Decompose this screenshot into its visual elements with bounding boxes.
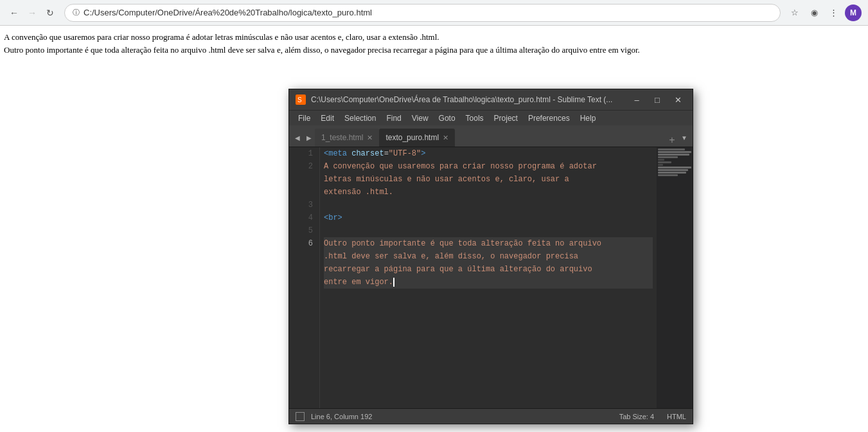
window-controls: – □ ✕: [628, 93, 686, 106]
text-cursor: [393, 278, 394, 287]
code-line-2a: A convenção que usaremos para criar noss…: [324, 160, 653, 173]
ln-5: 5: [289, 224, 319, 237]
menu-selection[interactable]: Selection: [339, 113, 381, 124]
bookmark-button[interactable]: ☆: [787, 5, 802, 21]
menu-goto[interactable]: Goto: [434, 113, 461, 124]
editor-area: 1 2 3 4 5 6 <meta charset="UTF-8"> A con…: [289, 147, 693, 408]
tab-2-close[interactable]: ✕: [443, 134, 448, 142]
menu-project[interactable]: Project: [489, 113, 523, 124]
minimap-line-5: [658, 159, 664, 161]
maximize-button[interactable]: □: [649, 93, 666, 106]
sublime-tabbar: ◀ ▶ 1_teste.html ✕ texto_puro.html ✕ + ▼: [289, 125, 693, 147]
minimap-line-3: [658, 154, 689, 156]
line-col-status: Line 6, Column 192: [311, 413, 372, 420]
code-line-3: [324, 199, 653, 212]
syntax-status[interactable]: HTML: [667, 413, 686, 420]
code-line-1: <meta charset="UTF-8">: [324, 147, 653, 160]
minimap-line-6: [658, 161, 671, 163]
code-line-6b: .html deve ser salva e, além disso, o na…: [324, 250, 653, 263]
ln-1: 1: [289, 147, 319, 160]
minimap-line-1: [658, 148, 685, 150]
tab-2-label: texto_puro.html: [385, 133, 439, 142]
tab-1-label: 1_teste.html: [321, 133, 363, 142]
code-line-6c: recarregar a página para que a última al…: [324, 263, 653, 276]
page-line2: Outro ponto importante é que toda altera…: [4, 44, 864, 57]
close-button[interactable]: ✕: [669, 93, 686, 106]
minimap-line-7: [658, 164, 663, 166]
browser-chrome: ← → ↻ ⓘ ☆ ◉ ⋮ M: [0, 0, 868, 26]
new-tab-button[interactable]: +: [666, 134, 678, 147]
line-numbers: 1 2 3 4 5 6: [289, 147, 320, 408]
page-content: A convenção que usaremos para criar noss…: [0, 26, 868, 61]
extensions-button[interactable]: ◉: [806, 5, 822, 21]
profile-avatar[interactable]: M: [845, 4, 862, 21]
sublime-statusbar: Line 6, Column 192 Tab Size: 4 HTML: [289, 408, 693, 424]
page-line1: A convenção que usaremos para criar noss…: [4, 31, 864, 44]
minimap-line-11: [658, 174, 678, 176]
minimap-line-8: [658, 166, 691, 168]
menu-edit[interactable]: Edit: [315, 113, 339, 124]
status-icon[interactable]: [296, 412, 305, 421]
sublime-menubar: File Edit Selection Find View Goto Tools…: [289, 110, 693, 125]
code-tag-open: <meta: [324, 149, 351, 158]
info-icon: ⓘ: [73, 8, 80, 17]
tab-1-teste[interactable]: 1_teste.html ✕: [315, 129, 379, 147]
code-line-6a: Outro ponto importante é que toda altera…: [324, 237, 653, 250]
ln-2b: [289, 173, 319, 186]
menu-preferences[interactable]: Preferences: [523, 113, 575, 124]
more-button[interactable]: ⋮: [826, 5, 841, 21]
tab-texto-puro[interactable]: texto_puro.html ✕: [379, 129, 455, 147]
minimap-line-9: [658, 169, 688, 171]
code-editor[interactable]: <meta charset="UTF-8"> A convenção que u…: [320, 147, 657, 408]
address-bar-container: ⓘ: [64, 4, 781, 22]
minimap-content: [657, 147, 693, 408]
window-title: C:\Users\Computer\OneDrive\Área de Traba…: [311, 95, 628, 104]
minimap-line-10: [658, 172, 686, 174]
tab-size-status[interactable]: Tab Size: 4: [619, 413, 654, 420]
status-right: Tab Size: 4 HTML: [619, 413, 686, 420]
sublime-window: S C:\Users\Computer\OneDrive\Área de Tra…: [288, 89, 693, 424]
minimize-button[interactable]: –: [628, 93, 645, 106]
address-input[interactable]: [84, 8, 772, 17]
menu-help[interactable]: Help: [575, 113, 601, 124]
menu-file[interactable]: File: [293, 113, 315, 124]
reload-button[interactable]: ↻: [42, 5, 58, 21]
ln-6b: [289, 250, 319, 263]
minimap: [657, 147, 693, 408]
sublime-titlebar: S C:\Users\Computer\OneDrive\Área de Tra…: [289, 89, 693, 110]
tab-next-button[interactable]: ▶: [303, 129, 315, 147]
ln-3: 3: [289, 199, 319, 212]
menu-view[interactable]: View: [407, 113, 434, 124]
ln-6c: [289, 263, 319, 276]
minimap-line-2: [658, 151, 691, 153]
tab-prev-button[interactable]: ◀: [292, 129, 303, 147]
sublime-app-icon: S: [296, 94, 306, 105]
browser-actions: ☆ ◉ ⋮ M: [787, 4, 862, 21]
back-button[interactable]: ←: [6, 5, 22, 21]
ln-6d: [289, 276, 319, 289]
code-line-2b: letras minúsculas e não usar acentos e, …: [324, 173, 653, 186]
ln-2c: [289, 186, 319, 199]
menu-find[interactable]: Find: [381, 113, 406, 124]
code-line-2c: extensão .html.: [324, 186, 653, 199]
nav-buttons: ← → ↻: [6, 5, 58, 21]
ln-2: 2: [289, 160, 319, 173]
forward-button[interactable]: →: [24, 5, 40, 21]
code-line-4: <br>: [324, 212, 653, 224]
minimap-line-4: [658, 156, 678, 158]
svg-text:S: S: [297, 96, 302, 104]
menu-tools[interactable]: Tools: [461, 113, 489, 124]
code-line-6d: entre em vigor.: [324, 276, 653, 289]
ln-4: 4: [289, 212, 319, 224]
tab-1-close[interactable]: ✕: [367, 134, 373, 142]
tab-menu-button[interactable]: ▼: [678, 129, 690, 147]
code-line-5: [324, 224, 653, 237]
ln-6: 6: [289, 237, 319, 250]
